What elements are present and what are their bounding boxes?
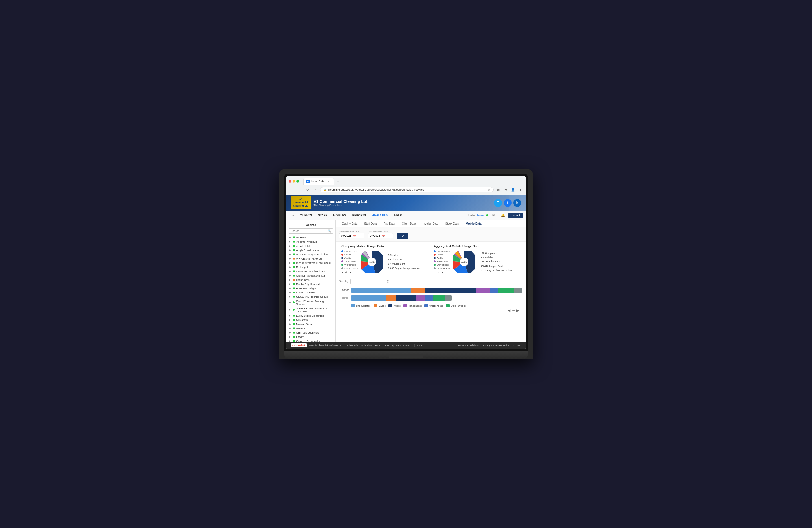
list-item[interactable]: ▶ Abbotts Tyres Ltd [288, 239, 334, 244]
list-item[interactable]: ▶ A1 Retail [288, 235, 334, 239]
address-bar[interactable]: 🔒 cleanlinkportal.co.uk/#/portal/Custome… [320, 187, 494, 192]
reload-button[interactable]: ↻ [304, 187, 310, 193]
tab-mobile-data[interactable]: Mobile Data [462, 220, 485, 228]
list-item[interactable]: ▶ Fusion Lifestyles [288, 290, 334, 295]
nav-staff[interactable]: STAFF [315, 213, 330, 218]
agg-stat-avg: 207.2 Avg no. files per mobile [480, 268, 512, 273]
linkedin-button[interactable]: in [513, 199, 521, 207]
extensions-icon[interactable]: ⊞ [495, 187, 502, 193]
list-item[interactable]: ▶ Grand Vermont Trading Services [288, 299, 334, 306]
nav-reports[interactable]: REPORTS [349, 213, 369, 218]
list-item[interactable]: ▶ Ansty Housing Association [288, 252, 334, 256]
list-item[interactable]: ▶ Camasterton Chemicals [288, 269, 334, 274]
tab-client-data[interactable]: Client Data [398, 220, 419, 228]
tab-staff-data[interactable]: Staff Data [361, 220, 380, 228]
expand-icon: ▶ [289, 301, 292, 304]
home-button[interactable]: ⌂ [312, 187, 318, 193]
contact-link[interactable]: Contact [513, 344, 521, 347]
client-name: Abbotts Tyres Ltd [296, 240, 317, 243]
close-window-button[interactable] [289, 180, 291, 182]
list-item[interactable]: ▶ LERWICK INFORMATION CENTRE [288, 306, 334, 313]
messages-icon[interactable]: ✉ [490, 212, 497, 219]
twitter-button[interactable]: T [494, 199, 502, 207]
star-icon[interactable]: ☆ [488, 188, 490, 191]
new-tab-button[interactable]: + [335, 178, 341, 184]
menu-icon[interactable]: ⋮ [517, 187, 523, 193]
legend-item: Worksheets [341, 264, 358, 266]
legend-label: Site Updates [345, 250, 358, 252]
search-box[interactable]: 🔍 [289, 228, 333, 234]
facebook-button[interactable]: f [504, 199, 511, 207]
list-item[interactable]: ▶ Oxfam [288, 335, 334, 339]
tab-close-button[interactable]: ✕ [327, 179, 331, 184]
go-button[interactable]: Go [397, 233, 408, 239]
list-item[interactable]: ▶ Building 3 [288, 265, 334, 269]
legend-swatch [404, 305, 407, 307]
expand-icon: ▶ [289, 327, 292, 329]
search-input[interactable] [291, 230, 327, 233]
pie-label: Audits [369, 261, 375, 263]
minimize-window-button[interactable] [292, 180, 295, 182]
list-item[interactable]: ▶ Drake Bros [288, 278, 334, 282]
prev-page-button[interactable]: ◀ [508, 308, 510, 312]
next-page-button[interactable]: ▶ [517, 308, 519, 312]
list-item[interactable]: ▶ Dublin City Hospital [288, 282, 334, 286]
settings-icon[interactable]: ⚙ [387, 279, 390, 284]
browser-tab-active[interactable]: C New Portal ✕ [303, 178, 334, 185]
tab-invoice-data[interactable]: Invoice Data [419, 220, 442, 228]
client-name: Oxfam [296, 335, 304, 338]
list-item[interactable]: ▶ Omnibus Vechicles [288, 331, 334, 335]
nav-clients[interactable]: CLIENTS [297, 213, 315, 218]
legend-label: Worksheets [345, 264, 356, 266]
list-item[interactable]: ▶ Lucky Strike Cigarettes [288, 313, 334, 318]
online-indicator [486, 215, 488, 217]
notifications-icon[interactable]: 🔔 [499, 212, 506, 219]
tab-quality-data[interactable]: Quality Data [338, 220, 361, 228]
list-item[interactable]: ▶ Newlon Group [288, 322, 334, 326]
pagination-value: 1/2 [345, 271, 348, 274]
client-name: Camasterton Chemicals [296, 270, 325, 273]
start-date-value: 07/2021 [341, 234, 351, 237]
expand-icon: ▶ [289, 314, 292, 317]
list-item[interactable]: ▶ Freedom Religion [288, 286, 334, 290]
logo-line2: Commercial [293, 201, 308, 205]
status-dot [293, 279, 295, 281]
legend-label: Timesheets [408, 305, 422, 307]
bookmark-icon[interactable]: ★ [503, 187, 509, 193]
legend-label: Stock Orders [437, 267, 450, 269]
user-link[interactable]: James! [476, 214, 485, 217]
tab-stock-data[interactable]: Stock Data [442, 220, 463, 228]
end-date-input[interactable]: 07/2022 📅 [368, 233, 393, 238]
list-item[interactable]: ▶ Angel Hotel [288, 244, 334, 248]
list-item[interactable]: ▶ Angle Construction [288, 248, 334, 252]
terms-link[interactable]: Terms & Conditions [458, 344, 479, 347]
list-item[interactable]: ▶ Oxfam - Cirencaster [288, 339, 334, 342]
list-item[interactable]: ▶ GENERAL Flooring Co Ltd [288, 295, 334, 299]
aggregated-chart-legend: Site Updates Cases Audits [434, 250, 450, 269]
maximize-window-button[interactable] [296, 180, 299, 182]
nav-help[interactable]: HELP [391, 213, 405, 218]
list-item[interactable]: ▶ Bishop Stortford High School [288, 261, 334, 265]
tab-pay-data[interactable]: Pay Data [380, 220, 398, 228]
list-item[interactable]: ▶ newone [288, 326, 334, 331]
privacy-link[interactable]: Privacy & Cookies Policy [482, 344, 509, 347]
bar-segment-stock-orders [498, 288, 514, 293]
home-nav-icon[interactable]: ⌂ [289, 212, 296, 219]
list-item[interactable]: ▶ APPLE and PEAR Ltd [288, 256, 334, 261]
forward-button[interactable]: → [296, 187, 303, 193]
company-chart-panel: Company Mobile Usage Data Site Updates [338, 244, 431, 274]
nav-analytics[interactable]: ANALYTICS [369, 212, 391, 218]
status-dot [293, 296, 295, 298]
list-item[interactable]: ▶ Mrs smith [288, 318, 334, 322]
logout-button[interactable]: Logout [508, 213, 523, 218]
account-icon[interactable]: 👤 [510, 187, 516, 193]
logo-line3: Cleaning Ltd [293, 204, 308, 208]
nav-mobiles[interactable]: MOBILES [330, 213, 349, 218]
legend-dot [434, 254, 436, 256]
legend-dot [341, 261, 343, 262]
status-dot [293, 253, 295, 255]
back-button[interactable]: ← [289, 187, 295, 193]
sort-select[interactable] [350, 279, 384, 284]
list-item[interactable]: ▶ Cromer Fabrications Ltd [288, 274, 334, 278]
start-date-input[interactable]: 07/2021 📅 [339, 233, 364, 238]
